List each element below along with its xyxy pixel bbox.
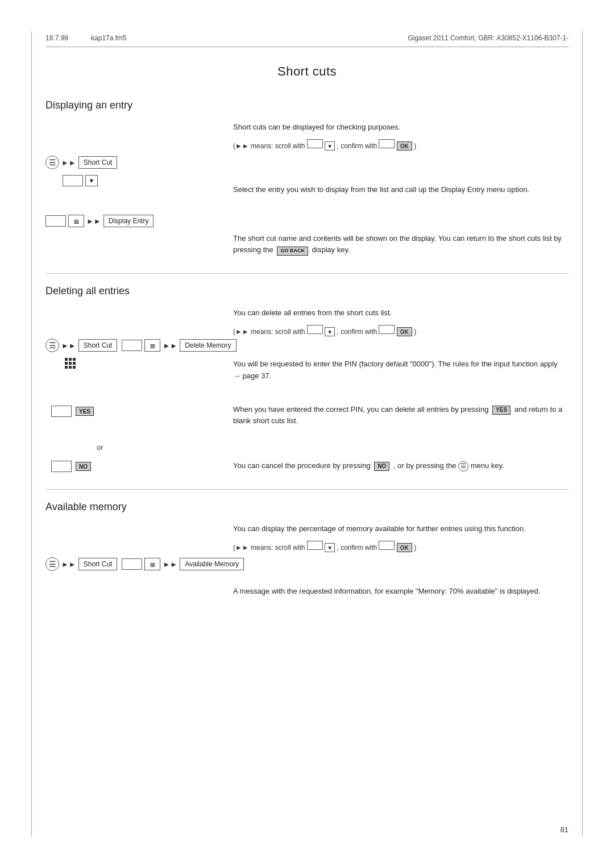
menu-key-icon-2: ☰ (45, 339, 59, 352)
arrow-1: ►► (61, 158, 76, 167)
shortcut-key-1: Short Cut (78, 156, 118, 169)
displaying-right: Short cuts can be displayed for checking… (222, 122, 569, 262)
arrow-5: ►► (61, 560, 76, 569)
menu-plus-icon-1: ≣ (68, 215, 84, 227)
note-down-1: ▼ (325, 141, 335, 151)
keypad-row (63, 358, 222, 369)
deleting-desc3: When you have entered the correct PIN, y… (233, 404, 569, 428)
available-section: ☰ ►► Short Cut ≣ ►► Available Memory You… (45, 523, 569, 603)
displaying-desc2: Select the entry you wish to display fro… (233, 184, 569, 196)
divider-2 (45, 489, 569, 490)
menu-plus-icon-2: ≣ (144, 339, 160, 352)
no-row: NO (51, 461, 222, 472)
down-btn-1: ▼ (85, 175, 98, 186)
note-ok-2: OK (397, 327, 412, 336)
no-btn: NO (76, 462, 91, 471)
displaying-desc1: Short cuts can be displayed for checking… (233, 122, 569, 133)
deleting-desc1: You can delete all entries from the shor… (233, 307, 569, 319)
arrow-2: ►► (86, 217, 101, 226)
available-left: ☰ ►► Short Cut ≣ ►► Available Memory (45, 523, 222, 603)
deleting-section: ☰ ►► Short Cut ≣ ►► Delete Memory (45, 307, 569, 478)
deleting-right: You can delete all entries from the shor… (222, 307, 569, 478)
keypad-icon (65, 358, 76, 369)
note-arrow-text-1: (►► means: scroll with (233, 142, 307, 150)
displaying-note1: (►► means: scroll with ▼ , confirm with … (233, 139, 569, 151)
section-heading-deleting: Deleting all entries (45, 285, 569, 297)
inline-menu-key: ☰ (458, 461, 468, 471)
note-soft-key-2 (379, 139, 395, 148)
note-soft-key-3 (307, 325, 323, 334)
note-down-2: ▼ (325, 327, 335, 336)
soft-key-3 (122, 340, 142, 351)
menu-key-icon-1: ☰ (45, 156, 59, 169)
deleting-desc2: You will be requested to enter the PIN (… (233, 358, 569, 382)
go-back-btn: GO BACK (277, 247, 308, 256)
deleting-desc4: You can cancel the procedure by pressing… (233, 460, 569, 472)
note-down-3: ▼ (325, 543, 335, 552)
displaying-left: ☰ ►► Short Cut ▼ ≣ ►► Display Entry (45, 122, 222, 262)
note-soft-key-5 (307, 541, 323, 550)
header-date: 18.7.99 (45, 34, 68, 42)
page-number: 81 (561, 825, 569, 834)
note-soft-key-6 (379, 541, 395, 550)
soft-key-no (51, 461, 72, 472)
soft-key-2 (45, 215, 66, 227)
soft-key-yes (51, 406, 72, 417)
section-heading-available: Available memory (45, 501, 569, 513)
yes-row: YES (51, 406, 222, 417)
available-note1: (►► means: scroll with ▼ , confirm with … (233, 541, 569, 553)
down-row-1: ▼ (63, 175, 222, 186)
note-soft-key-1 (307, 139, 323, 148)
soft-key-1 (63, 175, 83, 186)
page-title: Short cuts (45, 64, 569, 79)
or-text: or (97, 443, 222, 452)
soft-key-4 (122, 558, 142, 570)
section-heading-displaying: Displaying an entry (45, 99, 569, 111)
shortcut-row-3: ☰ ►► Short Cut ≣ ►► Available Memory (45, 557, 222, 571)
header-filename: kap17a.fm5 (91, 34, 127, 42)
deleting-left: ☰ ►► Short Cut ≣ ►► Delete Memory (45, 307, 222, 478)
note-close-1: ) (414, 142, 416, 150)
note-soft-key-4 (379, 325, 395, 334)
available-right: You can display the percentage of memory… (222, 523, 569, 603)
inline-no-btn: NO (374, 462, 389, 471)
divider-1 (45, 273, 569, 274)
displaying-desc3: The short cut name and contents will be … (233, 233, 569, 257)
deleting-note1: (►► means: scroll with ▼ , confirm with … (233, 325, 569, 337)
header-product: Gigaset 2011 Comfort, GBR: A30852-X1106-… (408, 34, 569, 42)
arrow-6: ►► (163, 560, 177, 569)
shortcut-key-3: Short Cut (78, 558, 118, 570)
displaying-section: ☰ ►► Short Cut ▼ ≣ ►► Display Entry Shor… (45, 122, 569, 262)
note-ok-1: OK (397, 141, 412, 151)
arrow-3: ►► (61, 341, 76, 350)
page-header: 18.7.99 kap17a.fm5 Gigaset 2011 Comfort,… (45, 34, 569, 47)
menu-key-icon-3: ☰ (45, 557, 59, 571)
display-entry-key: Display Entry (103, 215, 154, 227)
available-desc1: You can display the percentage of memory… (233, 523, 569, 535)
available-desc2: A message with the requested information… (233, 586, 569, 598)
inline-yes-btn: YES (492, 406, 511, 415)
shortcut-row-2: ☰ ►► Short Cut ≣ ►► Delete Memory (45, 339, 222, 352)
menu-plus-icon-3: ≣ (144, 558, 160, 570)
shortcut-row-1: ☰ ►► Short Cut (45, 156, 222, 169)
display-entry-row: ≣ ►► Display Entry (45, 215, 222, 227)
arrow-4: ►► (163, 341, 177, 350)
note-confirm-1: , confirm with (337, 142, 379, 150)
note-ok-3: OK (397, 543, 412, 552)
shortcut-key-2: Short Cut (78, 339, 118, 352)
yes-btn: YES (76, 407, 94, 416)
